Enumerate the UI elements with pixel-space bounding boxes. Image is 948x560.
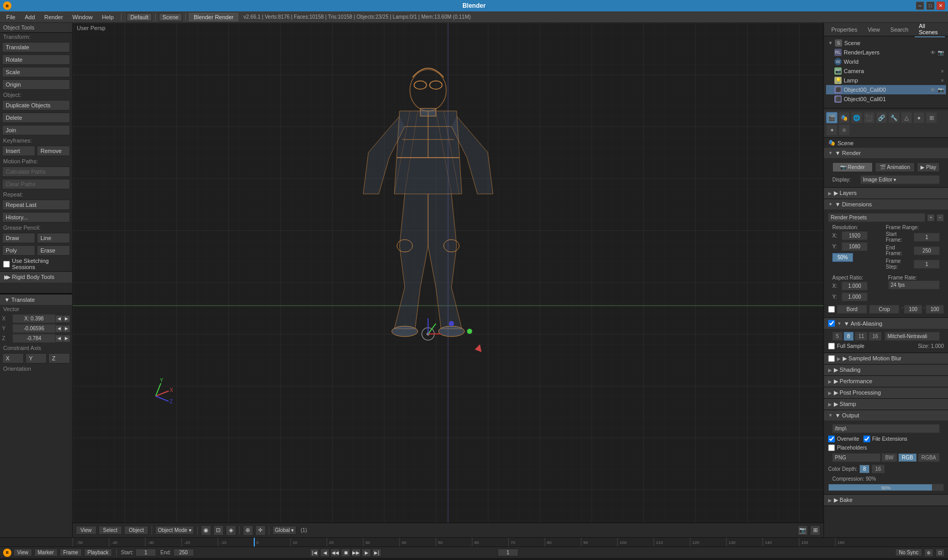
end-frame-input[interactable]	[914, 246, 940, 255]
current-frame-input[interactable]	[498, 549, 518, 556]
scale-button[interactable]: Scale	[2, 67, 70, 77]
lamp-restrict[interactable]: ×	[941, 78, 944, 83]
y-axis-button[interactable]: Y	[25, 353, 47, 363]
poly-button[interactable]: Poly	[2, 245, 35, 256]
x-aspect-input[interactable]	[842, 282, 868, 290]
crop-btn[interactable]: Crop	[869, 305, 899, 314]
z-axis-button[interactable]: Z	[48, 353, 70, 363]
layers-section-header[interactable]: ▶ ▶ Layers	[824, 188, 948, 199]
history-button[interactable]: History...	[2, 212, 70, 222]
line-button[interactable]: Line	[37, 233, 70, 243]
stop-btn[interactable]: ⏹	[341, 549, 350, 557]
tree-item-lamp[interactable]: 💡 Lamp ×	[826, 76, 946, 85]
clear-paths-button[interactable]: Clear Paths	[2, 179, 70, 189]
calculate-paths-button[interactable]: Calculate Paths	[2, 166, 70, 177]
render-play-button[interactable]: ▶ Play	[917, 162, 940, 172]
tree-item-object01[interactable]: ⬛ Object00_Call01	[826, 94, 946, 104]
tab-search[interactable]: Search	[886, 25, 913, 34]
object00-cam[interactable]: 📷	[938, 87, 944, 93]
x-vector-right-arrow[interactable]: ▶	[63, 315, 70, 323]
output-path-input[interactable]	[832, 424, 940, 433]
render-presets-add[interactable]: +	[927, 214, 935, 221]
remap1-input[interactable]	[904, 305, 922, 314]
origin-button[interactable]: Origin	[2, 79, 70, 90]
prop-icon-texture[interactable]: ⊞	[926, 112, 937, 123]
close-button[interactable]: ✕	[937, 2, 945, 10]
vp-icon-solid[interactable]: ◉	[201, 525, 211, 536]
tab-view[interactable]: View	[863, 25, 884, 34]
x-res-input[interactable]	[842, 231, 868, 240]
placeholders-checkbox[interactable]	[828, 444, 835, 451]
jump-start-btn[interactable]: |◀	[310, 549, 319, 557]
shading-header[interactable]: ▶ ▶ Shading	[824, 365, 948, 375]
duplicate-objects-button[interactable]: Duplicate Objects	[2, 100, 70, 110]
vp-object-btn[interactable]: Object	[124, 526, 148, 535]
minimize-button[interactable]: ─	[916, 2, 924, 10]
scene-selector[interactable]: Scene	[159, 13, 182, 21]
x-vector-input[interactable]	[12, 314, 56, 323]
format-rgba-btn[interactable]: RGBA	[918, 453, 940, 462]
end-frame-timeline[interactable]	[173, 549, 194, 556]
x-vector-left-arrow[interactable]: ◀	[56, 315, 63, 323]
prop-icon-particles[interactable]: ✦	[826, 124, 837, 136]
display-dropdown[interactable]: Image Editor ▾	[860, 175, 940, 184]
post-processing-header[interactable]: ▶ ▶ Post Processing	[824, 387, 948, 398]
start-frame-input[interactable]	[914, 233, 940, 242]
frame-rate-dropdown[interactable]: 24 fps	[888, 281, 940, 289]
vp-select-btn[interactable]: Select	[99, 526, 122, 535]
aa-enable-checkbox[interactable]	[828, 320, 835, 327]
format-rgb-btn[interactable]: RGB	[898, 453, 917, 462]
aa-btn-5[interactable]: 5	[832, 332, 843, 341]
file-ext-checkbox[interactable]	[863, 436, 870, 442]
render-engine-selector[interactable]: Blender Render	[189, 13, 238, 21]
timeline-marker-btn[interactable]: Marker	[34, 549, 58, 556]
rotate-button[interactable]: Rotate	[2, 54, 70, 65]
y-aspect-input[interactable]	[842, 292, 868, 301]
format-dropdown[interactable]: PNG	[832, 453, 881, 462]
dimensions-section-header[interactable]: ▼ ▼ Dimensions	[824, 199, 948, 209]
vp-icon-wire[interactable]: ⊡	[213, 525, 224, 536]
object00-eye[interactable]: 👁	[930, 87, 936, 93]
timeline-playback-btn[interactable]: Playback	[84, 549, 113, 556]
render-render-button[interactable]: 📷 Render	[832, 162, 873, 172]
menu-file[interactable]: File	[2, 13, 20, 21]
vp-icon-render[interactable]: ◈	[226, 525, 236, 536]
translate-button[interactable]: Translate	[2, 42, 70, 52]
jump-end-btn[interactable]: ▶|	[372, 549, 381, 557]
vp-icon-manipulator[interactable]: ✛	[255, 525, 266, 536]
repeat-last-button[interactable]: Repeat Last	[2, 200, 70, 210]
delete-button[interactable]: Delete	[2, 113, 70, 123]
bord-btn[interactable]: Bord	[837, 305, 867, 314]
render-section-header[interactable]: ▼ ▼ Render	[824, 148, 948, 158]
menu-window[interactable]: Window	[68, 13, 97, 21]
color-depth-8-btn[interactable]: 8	[859, 465, 870, 473]
timeline-view-btn[interactable]: View	[13, 549, 32, 556]
rigid-body-section[interactable]: ▶ ▶ Rigid Body Tools	[0, 271, 72, 283]
render-presets-dropdown[interactable]: Render Presets	[828, 213, 925, 222]
prop-icon-object[interactable]: ⬛	[863, 112, 875, 123]
output-header[interactable]: ▼ ▼ Output	[824, 410, 948, 421]
play-btn-ctrl[interactable]: ▶▶	[351, 549, 361, 557]
tree-item-renderlayers[interactable]: RL RenderLayers 👁 📷	[826, 48, 946, 57]
prop-icon-world[interactable]: 🌐	[851, 112, 862, 123]
motion-blur-checkbox[interactable]	[828, 355, 835, 362]
aa-btn-11[interactable]: 11	[855, 332, 868, 341]
overwrite-checkbox[interactable]	[828, 436, 835, 442]
frame-step-input[interactable]	[914, 260, 940, 269]
vp-icon-snap[interactable]: ⊕	[243, 525, 253, 536]
renderlayers-cam[interactable]: 📷	[938, 50, 944, 55]
tree-item-object00[interactable]: ⬛ Object00_Call00 👁 📷	[826, 85, 946, 94]
sketching-checkbox[interactable]	[3, 261, 10, 268]
aa-btn-8[interactable]: 8	[844, 332, 854, 341]
menu-render[interactable]: Render	[40, 13, 67, 21]
tree-item-camera[interactable]: 📷 Camera ×	[826, 66, 946, 76]
no-sync-dropdown[interactable]: No Sync	[895, 549, 922, 556]
tab-all-scenes[interactable]: All Scenes	[915, 23, 945, 37]
tab-properties[interactable]: Properties	[827, 25, 861, 34]
aa-btn-16[interactable]: 16	[869, 332, 882, 341]
full-sample-checkbox[interactable]	[828, 343, 835, 349]
tree-item-world[interactable]: W World	[826, 57, 946, 66]
camera-restrict[interactable]: ×	[941, 68, 944, 74]
timeline-icon-1[interactable]: ⊕	[924, 549, 933, 557]
timeline-icon-2[interactable]: ⊡	[936, 549, 945, 557]
